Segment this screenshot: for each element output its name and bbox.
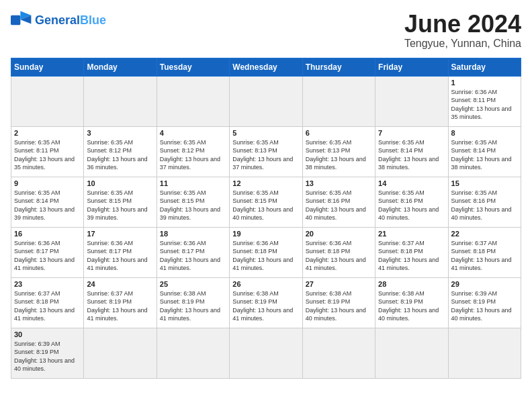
- calendar-cell: 10Sunrise: 6:35 AMSunset: 8:15 PMDayligh…: [84, 177, 157, 227]
- calendar-week-0: 1Sunrise: 6:36 AMSunset: 8:11 PMDaylight…: [11, 76, 521, 126]
- cell-sun-info: Sunrise: 6:39 AMSunset: 8:19 PMDaylight:…: [451, 289, 518, 323]
- calendar-cell: 11Sunrise: 6:35 AMSunset: 8:15 PMDayligh…: [157, 177, 229, 227]
- day-number: 22: [451, 230, 518, 238]
- cell-sun-info: Sunrise: 6:38 AMSunset: 8:19 PMDaylight:…: [232, 289, 299, 323]
- month-title: June 2024: [404, 11, 521, 38]
- cell-sun-info: Sunrise: 6:37 AMSunset: 8:18 PMDaylight:…: [14, 289, 81, 323]
- calendar-cell: [375, 328, 448, 378]
- calendar-week-2: 9Sunrise: 6:35 AMSunset: 8:14 PMDaylight…: [11, 177, 521, 227]
- cell-sun-info: Sunrise: 6:36 AMSunset: 8:17 PMDaylight:…: [87, 239, 153, 273]
- day-number: 16: [14, 230, 81, 238]
- day-number: 1: [451, 79, 518, 87]
- calendar-cell: 3Sunrise: 6:35 AMSunset: 8:12 PMDaylight…: [84, 126, 157, 177]
- day-number: 13: [306, 179, 372, 187]
- cell-sun-info: Sunrise: 6:35 AMSunset: 8:13 PMDaylight:…: [232, 138, 299, 172]
- day-number: 23: [14, 280, 81, 288]
- calendar-table: SundayMondayTuesdayWednesdayThursdayFrid…: [11, 58, 521, 379]
- calendar-cell: 1Sunrise: 6:36 AMSunset: 8:11 PMDaylight…: [448, 76, 521, 126]
- cell-sun-info: Sunrise: 6:35 AMSunset: 8:15 PMDaylight:…: [232, 189, 299, 222]
- cell-sun-info: Sunrise: 6:35 AMSunset: 8:13 PMDaylight:…: [306, 138, 372, 172]
- day-number: 6: [306, 129, 372, 137]
- cell-sun-info: Sunrise: 6:35 AMSunset: 8:15 PMDaylight:…: [87, 189, 153, 222]
- logo-text: GeneralBlue: [35, 14, 106, 26]
- day-number: 28: [378, 280, 445, 288]
- cell-sun-info: Sunrise: 6:37 AMSunset: 8:18 PMDaylight:…: [378, 239, 445, 273]
- calendar-cell: [84, 76, 157, 126]
- day-number: 21: [378, 230, 445, 238]
- cell-sun-info: Sunrise: 6:38 AMSunset: 8:19 PMDaylight:…: [160, 289, 226, 323]
- cell-sun-info: Sunrise: 6:36 AMSunset: 8:11 PMDaylight:…: [451, 88, 518, 122]
- calendar-cell: [84, 328, 157, 378]
- cell-sun-info: Sunrise: 6:35 AMSunset: 8:12 PMDaylight:…: [160, 138, 226, 172]
- header-day-tuesday: Tuesday: [157, 58, 229, 76]
- logo-general: General: [35, 13, 80, 27]
- calendar-cell: 14Sunrise: 6:35 AMSunset: 8:16 PMDayligh…: [375, 177, 448, 227]
- calendar-cell: 30Sunrise: 6:39 AMSunset: 8:19 PMDayligh…: [11, 328, 84, 378]
- calendar-cell: [302, 328, 375, 378]
- calendar-body: 1Sunrise: 6:36 AMSunset: 8:11 PMDaylight…: [11, 76, 521, 378]
- day-number: 26: [232, 280, 299, 288]
- calendar-cell: 17Sunrise: 6:36 AMSunset: 8:17 PMDayligh…: [84, 227, 157, 277]
- day-number: 5: [232, 129, 299, 137]
- cell-sun-info: Sunrise: 6:35 AMSunset: 8:16 PMDaylight:…: [306, 189, 372, 222]
- calendar-cell: 19Sunrise: 6:36 AMSunset: 8:18 PMDayligh…: [230, 227, 302, 277]
- cell-sun-info: Sunrise: 6:37 AMSunset: 8:19 PMDaylight:…: [87, 289, 153, 323]
- cell-sun-info: Sunrise: 6:38 AMSunset: 8:19 PMDaylight:…: [378, 289, 445, 323]
- header-day-sunday: Sunday: [11, 58, 84, 76]
- calendar-cell: 4Sunrise: 6:35 AMSunset: 8:12 PMDaylight…: [157, 126, 229, 177]
- calendar-cell: 16Sunrise: 6:36 AMSunset: 8:17 PMDayligh…: [11, 227, 84, 277]
- page-header: GeneralBlue June 2024 Tengyue, Yunnan, C…: [11, 11, 521, 50]
- day-number: 25: [160, 280, 226, 288]
- day-number: 11: [160, 179, 226, 187]
- cell-sun-info: Sunrise: 6:35 AMSunset: 8:11 PMDaylight:…: [14, 138, 81, 172]
- calendar-cell: 24Sunrise: 6:37 AMSunset: 8:19 PMDayligh…: [84, 277, 157, 328]
- calendar-cell: 25Sunrise: 6:38 AMSunset: 8:19 PMDayligh…: [157, 277, 229, 328]
- cell-sun-info: Sunrise: 6:35 AMSunset: 8:12 PMDaylight:…: [87, 138, 153, 172]
- day-number: 18: [160, 230, 226, 238]
- calendar-cell: 23Sunrise: 6:37 AMSunset: 8:18 PMDayligh…: [11, 277, 84, 328]
- cell-sun-info: Sunrise: 6:35 AMSunset: 8:14 PMDaylight:…: [378, 138, 445, 172]
- header-day-saturday: Saturday: [448, 58, 521, 76]
- day-number: 7: [378, 129, 445, 137]
- calendar-cell: [375, 76, 448, 126]
- calendar-cell: 2Sunrise: 6:35 AMSunset: 8:11 PMDaylight…: [11, 126, 84, 177]
- cell-sun-info: Sunrise: 6:37 AMSunset: 8:18 PMDaylight:…: [451, 239, 518, 273]
- calendar-week-1: 2Sunrise: 6:35 AMSunset: 8:11 PMDaylight…: [11, 126, 521, 177]
- day-number: 8: [451, 129, 518, 137]
- cell-sun-info: Sunrise: 6:36 AMSunset: 8:18 PMDaylight:…: [306, 239, 372, 273]
- calendar-cell: 6Sunrise: 6:35 AMSunset: 8:13 PMDaylight…: [302, 126, 375, 177]
- day-number: 19: [232, 230, 299, 238]
- day-number: 10: [87, 179, 153, 187]
- calendar-cell: [448, 328, 521, 378]
- day-number: 17: [87, 230, 153, 238]
- day-number: 4: [160, 129, 226, 137]
- header-day-wednesday: Wednesday: [230, 58, 302, 76]
- header-day-monday: Monday: [84, 58, 157, 76]
- day-number: 15: [451, 179, 518, 187]
- location-subtitle: Tengyue, Yunnan, China: [404, 38, 521, 50]
- calendar-cell: 13Sunrise: 6:35 AMSunset: 8:16 PMDayligh…: [302, 177, 375, 227]
- calendar-cell: 26Sunrise: 6:38 AMSunset: 8:19 PMDayligh…: [230, 277, 302, 328]
- calendar-week-5: 30Sunrise: 6:39 AMSunset: 8:19 PMDayligh…: [11, 328, 521, 378]
- calendar-cell: 22Sunrise: 6:37 AMSunset: 8:18 PMDayligh…: [448, 227, 521, 277]
- cell-sun-info: Sunrise: 6:36 AMSunset: 8:18 PMDaylight:…: [232, 239, 299, 273]
- calendar-cell: [157, 328, 229, 378]
- logo: GeneralBlue: [11, 11, 106, 30]
- calendar-cell: [230, 328, 302, 378]
- cell-sun-info: Sunrise: 6:39 AMSunset: 8:19 PMDaylight:…: [14, 340, 81, 373]
- calendar-cell: 9Sunrise: 6:35 AMSunset: 8:14 PMDaylight…: [11, 177, 84, 227]
- cell-sun-info: Sunrise: 6:35 AMSunset: 8:16 PMDaylight:…: [451, 189, 518, 222]
- day-number: 3: [87, 129, 153, 137]
- cell-sun-info: Sunrise: 6:35 AMSunset: 8:16 PMDaylight:…: [378, 189, 445, 222]
- header-row: SundayMondayTuesdayWednesdayThursdayFrid…: [11, 58, 521, 76]
- day-number: 24: [87, 280, 153, 288]
- calendar-cell: 28Sunrise: 6:38 AMSunset: 8:19 PMDayligh…: [375, 277, 448, 328]
- calendar-week-3: 16Sunrise: 6:36 AMSunset: 8:17 PMDayligh…: [11, 227, 521, 277]
- cell-sun-info: Sunrise: 6:36 AMSunset: 8:17 PMDaylight:…: [14, 239, 81, 273]
- title-area: June 2024 Tengyue, Yunnan, China: [404, 11, 521, 50]
- day-number: 29: [451, 280, 518, 288]
- day-number: 20: [306, 230, 372, 238]
- day-number: 27: [306, 280, 372, 288]
- calendar-cell: 12Sunrise: 6:35 AMSunset: 8:15 PMDayligh…: [230, 177, 302, 227]
- calendar-cell: [302, 76, 375, 126]
